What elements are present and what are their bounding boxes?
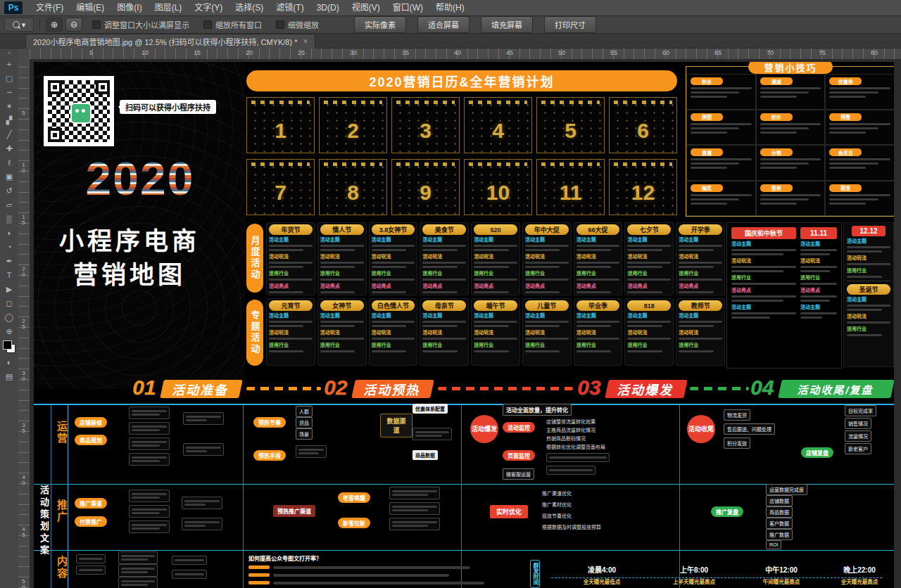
menu-item-layer[interactable]: 图层(L) [149,0,189,15]
promo-item: 推广渠道优化 [542,490,572,497]
special-column: 儿童节 活动主题 活动玩法 适用行业 [522,298,572,366]
menu-item-type[interactable]: 文字(Y) [188,0,229,15]
promo-item: ROI [766,540,781,549]
special-column: 教师节 活动主题 活动玩法 适用行业 [676,298,725,366]
brush-tool[interactable]: ℓ [1,155,17,170]
menu-item-select[interactable]: 选择(S) [229,0,270,15]
close-icon[interactable]: × [303,37,308,46]
zoom-tool[interactable]: ⊕ [1,324,17,338]
healing-brush-tool[interactable]: ✚ [1,141,17,155]
qr-code [44,76,114,146]
tip-cell: 会员日 [825,145,894,181]
type-tool[interactable]: T [1,268,17,282]
special-column: 白色情人节 活动主题 活动玩法 适用行业 [369,298,418,366]
hand-tool[interactable]: ◯ [1,310,17,324]
mindmap-node [129,437,170,450]
crop-tool[interactable]: ▞ [1,113,17,127]
quick-mask-tool[interactable]: ◐ [1,355,17,369]
grid-line [679,405,680,588]
clone-stamp-tool[interactable]: ▣ [1,170,17,184]
screen-mode-tool[interactable]: ▤ [1,369,17,383]
photoshop-logo: Ps [4,1,23,14]
history-brush-tool[interactable]: ↺ [1,184,17,198]
menu-item-file[interactable]: 文件(F) [30,0,70,15]
tip-cell: 裂变 [825,181,894,217]
grid-line [243,405,244,588]
ops-item: 流量情况 [845,430,871,442]
promo-item: 客户数据 [766,518,793,529]
pen-tool[interactable]: ✒ [1,254,17,268]
mindmap-node [296,445,327,458]
promo-node: 推广复盘 [711,506,743,517]
menu-item-help[interactable]: 帮助(H) [429,0,471,15]
actual-pixels-button[interactable]: 实际像素 [354,16,406,33]
checkbox-scrubby-zoom[interactable]: 细微缩放 [276,19,319,30]
path-select-tool[interactable]: ▶ [1,282,17,296]
stage-1-number: 01 [132,376,156,400]
monthly-column: 66大促 活动主题 活动玩法 适用行业 活动亮点 [574,222,623,295]
foreground-color-swatch[interactable] [3,340,12,350]
ops-node: 数据渠道 [380,414,412,437]
ops-burst-circle: 活动爆发 [470,415,498,443]
document-tab[interactable]: 2020小程序电商营销地图.jpg @ 12.5% (扫码可以获得小程序扶持, … [25,34,315,49]
menu-item-image[interactable]: 图像(I) [111,0,148,15]
stage-2-banner: 活动预热 [351,380,434,398]
marquee-tool[interactable]: ▢ [1,71,17,85]
fit-screen-button[interactable]: 适合屏幕 [417,16,470,33]
zoom-tool-preset[interactable]: ▾ [4,18,34,32]
gradient-tool[interactable]: ▒ [1,212,17,226]
content-line [248,581,484,584]
calendar-month: 3 [391,97,460,153]
menu-item-filter[interactable]: 滤镜(T) [270,0,310,15]
calendar-month: 10 [464,159,532,215]
checkbox-zoom-all-windows[interactable]: 缩放所有窗口 [203,19,262,30]
monthly-column: 情人节 活动主题 活动玩法 适用行业 活动亮点 [317,222,367,295]
ops-node: 商品数据 [412,450,438,460]
mindmap-node [546,466,596,475]
dodge-tool[interactable]: ◔ [1,240,17,254]
mindmap-node [182,497,222,509]
color-swatches[interactable] [2,340,16,354]
menu-item-edit[interactable]: 编辑(E) [70,0,111,15]
eyedropper-tool[interactable]: ╱ [1,127,17,141]
menu-item-3d[interactable]: 3D(D) [310,0,346,15]
row-label-operations: 运营 [54,421,69,445]
timeline-point: 晚上22:00全天曝光最高点 [828,564,891,585]
checkbox-label: 缩放所有窗口 [215,19,262,30]
shape-tool[interactable]: ◻ [1,296,17,310]
special-column: 女神节 活动主题 活动玩法 适用行业 [317,298,367,366]
hero-section: 扫码可以获得小程序扶持 2020 小程序电商 营销地图 [34,62,245,389]
print-size-button[interactable]: 打印尺寸 [544,16,596,33]
ops-item: 店铺整体流量转化效果 [546,418,596,425]
ruler-corner [18,49,30,60]
checkbox-resize-windows-to-fit[interactable]: 调整窗口大小以满屏显示 [92,19,189,30]
ops-item: 销售情况 [845,418,871,429]
menu-item-view[interactable]: 视图(V) [346,0,386,15]
calendar-month: 12 [609,159,677,215]
promo-node: 推广渠道 [75,498,107,509]
calendar-banner: 2020营销日历&全年营销计划 [246,70,677,91]
special-column: 端午节 活动主题 活动玩法 适用行业 [471,298,520,366]
promo-item: 运营数据完成度 [766,484,807,495]
promo-item: 推广数据 [766,529,793,540]
menu-item-window[interactable]: 窗口(W) [386,0,429,15]
fill-screen-button[interactable]: 填充屏幕 [481,16,533,33]
blur-tool[interactable]: ◗ [1,226,17,240]
promo-item: 投放节奏优化 [542,512,572,519]
eraser-tool[interactable]: ▱ [1,198,17,212]
zoom-in-button[interactable]: ⊕ [46,18,63,32]
move-tool[interactable]: + [1,57,17,71]
checkbox-label: 细微缩放 [288,19,319,30]
canvas-area[interactable]: 扫码可以获得小程序扶持 2020 小程序电商 营销地图 2020营销日历&全年营… [30,59,901,588]
lasso-tool[interactable]: ∽ [1,85,17,99]
tag-industry: 适用行业 [269,271,313,276]
magic-wand-tool[interactable]: ✶ [1,99,17,113]
mindmap-node [76,565,106,575]
promo-item: 店铺数据 [766,495,793,506]
qr-caption: 扫码可以获得小程序扶持 [120,100,216,114]
zoom-out-button[interactable]: ⊖ [65,18,82,32]
ops-item: 新老客户 [845,443,871,454]
collapse-icon[interactable]: » [7,49,11,57]
content-headline: 如何提高公众号图文打开率？ [248,554,322,562]
ops-item: 主推商品流量转化情况 [546,426,596,433]
